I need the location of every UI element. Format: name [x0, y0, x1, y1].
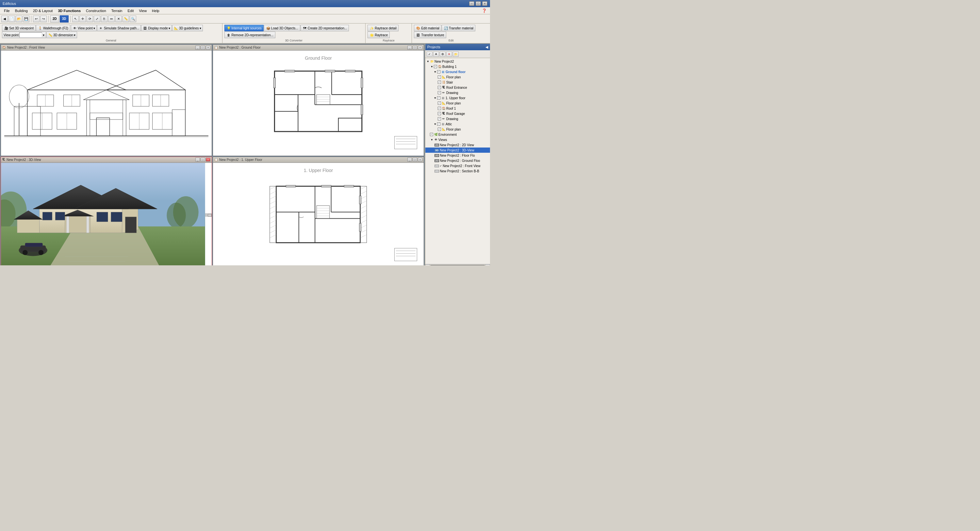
- drawing-gf-checkbox[interactable]: [438, 91, 441, 94]
- redo-btn[interactable]: ↪: [40, 16, 47, 22]
- btn-3d[interactable]: 3D: [60, 15, 68, 22]
- load-3d-objects-btn[interactable]: 📦 Load 3D Objects...: [264, 25, 300, 31]
- upper-floor-body[interactable]: 1. Upper Floor: [213, 163, 424, 266]
- 3d-view-body[interactable]: [1, 163, 212, 266]
- tree-views[interactable]: ▼ 👁 Views: [425, 137, 490, 142]
- tree-roof1[interactable]: 🏠 Roof 1: [425, 106, 490, 111]
- display-mode-dropdown[interactable]: 🖼 Display mode ▾: [141, 25, 172, 31]
- set-3d-viewpoint-btn[interactable]: 🎥 Set 3D viewpoint: [2, 25, 36, 31]
- proj-text-btn[interactable]: A: [433, 52, 439, 57]
- gf-minimize[interactable]: _: [407, 46, 412, 50]
- tree-floor-plan-uf[interactable]: 📐 Floor plan: [425, 100, 490, 106]
- proj-folder-btn[interactable]: 📁: [453, 52, 459, 57]
- edit-material-btn[interactable]: 🎨 Edit material: [414, 25, 441, 31]
- view-point-dropdown[interactable]: 👁 View point ▾: [71, 25, 97, 31]
- transfer-material-btn[interactable]: 🔄 Transfer material: [442, 25, 475, 31]
- tree-view-front[interactable]: 2D ✓ New Project2 : Front View: [425, 163, 490, 168]
- tree-view-2d[interactable]: 2D New Project2 : 2D View: [425, 142, 490, 147]
- back-btn[interactable]: ◀: [1, 16, 8, 22]
- menu-2d-layout[interactable]: 2D & Layout: [30, 8, 56, 13]
- walkthrough-btn[interactable]: 🚶 Walkthrough (F2): [36, 25, 70, 31]
- proj-check-btn[interactable]: ✓: [426, 52, 433, 57]
- rotate-btn[interactable]: ⟳: [87, 16, 93, 22]
- tree-ground-floor[interactable]: ▼ ▦ Ground floor: [425, 69, 490, 74]
- fp-gf-checkbox[interactable]: [438, 75, 441, 79]
- roof-garage-checkbox[interactable]: [438, 112, 441, 115]
- 3d-minimize[interactable]: _: [195, 158, 200, 162]
- roof-entrance-checkbox[interactable]: [438, 86, 441, 89]
- measure-btn[interactable]: 📏: [123, 16, 129, 22]
- close-button[interactable]: ×: [482, 1, 487, 6]
- gf-maximize[interactable]: □: [412, 46, 417, 50]
- tree-environment[interactable]: 🌿 Environment: [425, 132, 490, 137]
- menu-help[interactable]: Help: [149, 8, 162, 13]
- raytrace-btn[interactable]: 🌟 Raytrace: [368, 32, 390, 38]
- tree-drawing-gf[interactable]: ✏ Drawing: [425, 90, 490, 95]
- save-btn[interactable]: 💾: [23, 16, 29, 22]
- select-btn[interactable]: ↖: [72, 16, 79, 22]
- tree-building1[interactable]: ▼ 🏠 Building 1: [425, 64, 490, 69]
- scale-btn[interactable]: ⤢: [94, 16, 100, 22]
- building1-checkbox[interactable]: [434, 65, 437, 68]
- front-view-close[interactable]: ×: [206, 46, 210, 50]
- drawing-uf-checkbox[interactable]: [438, 117, 441, 120]
- internal-light-sources-btn[interactable]: 💡 Internal light sources: [224, 25, 264, 31]
- 3d-guidelines-dropdown[interactable]: 📐 3D guidelines ▾: [172, 25, 203, 31]
- 3d-dimension-dropdown[interactable]: 📏 3D dimension ▾: [46, 32, 77, 38]
- maximize-button[interactable]: □: [476, 1, 481, 6]
- tree-floor-plan-attic[interactable]: 📐 Floor plan: [425, 127, 490, 132]
- new-btn[interactable]: 📄: [8, 16, 15, 22]
- tree-view-section[interactable]: 2D New Project2 : Section B-B: [425, 168, 490, 174]
- tree-drawing-uf[interactable]: ✏ Drawing: [425, 116, 490, 121]
- tree-roof-entrance[interactable]: 🏗 Roof Entrance: [425, 85, 490, 90]
- undo-btn[interactable]: ↩: [33, 16, 40, 22]
- open-btn[interactable]: 📂: [16, 16, 22, 22]
- 3d-scroll-thumb[interactable]: [208, 214, 212, 217]
- tree-root[interactable]: ▼ 📁 New Project2: [425, 59, 490, 64]
- 3d-close[interactable]: ×: [206, 158, 210, 162]
- menu-terrain[interactable]: Terrain: [109, 8, 125, 13]
- scroll-left[interactable]: ◀: [425, 264, 430, 266]
- front-view-maximize[interactable]: □: [200, 46, 205, 50]
- tree-view-3d[interactable]: 3D New Project2 : 3D-View: [425, 147, 490, 153]
- stair-checkbox[interactable]: [438, 81, 441, 84]
- fp-uf-checkbox[interactable]: [438, 101, 441, 105]
- btn-2d[interactable]: 2D: [50, 15, 59, 22]
- zoom-btn[interactable]: 🔍: [130, 16, 136, 22]
- transfer-texture-btn[interactable]: 🖼 Transfer texture: [414, 32, 446, 38]
- mirror-btn[interactable]: ⇔: [108, 16, 115, 22]
- menu-view[interactable]: View: [136, 8, 149, 13]
- menu-building[interactable]: Building: [13, 8, 30, 13]
- projects-collapse-icon[interactable]: ◀: [485, 45, 488, 49]
- projects-scrollbar[interactable]: ◀ ▶: [425, 264, 490, 265]
- 3d-horizontal-scrollbar[interactable]: [205, 214, 212, 217]
- menu-3d-functions[interactable]: 3D Functions: [55, 8, 83, 13]
- view-point-input[interactable]: [19, 32, 42, 38]
- proj-delete-btn[interactable]: ✕: [446, 52, 452, 57]
- delete-btn[interactable]: ✕: [115, 16, 122, 22]
- menu-edit[interactable]: Edit: [125, 8, 136, 13]
- scroll-right[interactable]: ▶: [485, 264, 490, 266]
- ground-floor-body[interactable]: Ground Floor: [213, 51, 424, 156]
- tree-attic[interactable]: ▼ ▦ Attic: [425, 121, 490, 127]
- env-checkbox[interactable]: [430, 133, 433, 136]
- remove-2d-repr-btn[interactable]: 🗑 Remove 2D-representation...: [224, 32, 275, 38]
- gf-checkbox[interactable]: [437, 70, 440, 73]
- viewpoint-input-dropdown[interactable]: View point ▾: [2, 32, 46, 38]
- raytrace-detail-btn[interactable]: ✨ Raytrace detail: [368, 25, 399, 31]
- uf-minimize[interactable]: _: [407, 158, 412, 162]
- uf-maximize[interactable]: □: [412, 158, 417, 162]
- front-view-minimize[interactable]: _: [195, 46, 200, 50]
- scroll-track[interactable]: [431, 265, 485, 266]
- tree-stair[interactable]: 🪜 Stair: [425, 80, 490, 85]
- roof1-checkbox[interactable]: [438, 107, 441, 110]
- minimize-button[interactable]: –: [469, 1, 474, 6]
- tree-view-ground-floor[interactable]: 2D New Project2 : Ground Floo: [425, 158, 490, 163]
- proj-gear-btn[interactable]: ⚙: [440, 52, 445, 57]
- attic-checkbox[interactable]: [437, 122, 440, 126]
- uf-checkbox[interactable]: [437, 96, 440, 100]
- copy-btn[interactable]: ⎘: [101, 16, 108, 22]
- create-2d-repr-btn[interactable]: 🗺 Create 2D representation...: [301, 25, 349, 31]
- menu-file[interactable]: File: [1, 8, 13, 13]
- uf-close[interactable]: ×: [418, 158, 422, 162]
